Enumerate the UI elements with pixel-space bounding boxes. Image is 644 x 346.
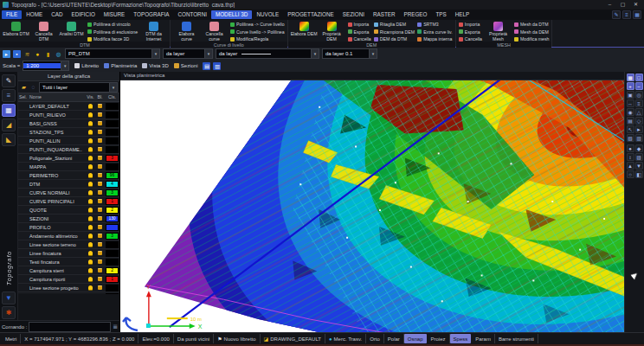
visibility-lamp-icon[interactable] (86, 208, 95, 213)
menu-tab[interactable]: CONTORNI (173, 10, 210, 19)
lock-icon[interactable] (95, 190, 105, 195)
view-tool-button[interactable]: ► (635, 125, 643, 133)
visibility-lamp-icon[interactable] (86, 216, 95, 221)
open-icon[interactable]: ▸ (3, 50, 10, 58)
view-toggle-button[interactable]: Vista 3D (139, 61, 171, 71)
color-select[interactable]: da layer▾ (163, 48, 213, 59)
status-item[interactable]: Metri (2, 334, 21, 343)
table-row[interactable]: ✓ Linee sezione progetto (18, 284, 119, 292)
lock-icon[interactable] (95, 234, 105, 239)
folder-icon[interactable]: ▰ (20, 83, 28, 91)
status-item[interactable]: ◪ DRAWING_DEFAULT (261, 334, 325, 343)
view-tool-button[interactable]: ≡ (635, 99, 643, 107)
status-item[interactable]: Param (472, 334, 495, 343)
lamp-icon[interactable]: ● (34, 50, 42, 58)
ribbon-small-button[interactable]: DEM da DTM (374, 36, 415, 42)
layer-color-cell[interactable]: 2 (105, 267, 119, 274)
ribbon-small-button[interactable]: Mesh da DEM (514, 29, 549, 35)
lock-icon[interactable] (95, 285, 105, 291)
scale-select[interactable]: 1:200▾ (23, 61, 69, 71)
ribbon-small-button[interactable]: Modifica mesh (514, 36, 549, 42)
view-tool-button[interactable]: + (627, 82, 634, 90)
menu-tab[interactable]: MISURE (100, 10, 130, 19)
status-item[interactable]: Elev.=0.000 (138, 334, 173, 343)
layer-color-cell[interactable] (105, 259, 119, 266)
view-tool-button[interactable]: ▣ (627, 91, 634, 99)
ribbon-small-button[interactable]: Ricampiona DEM (374, 29, 415, 35)
maximize-button[interactable]: ▢ (617, 1, 628, 9)
view-tool-button[interactable]: ▦ (627, 74, 634, 81)
ribbon-small-button[interactable]: Mappa interna (417, 36, 453, 42)
visibility-lamp-icon[interactable] (86, 112, 95, 118)
status-item[interactable]: Orto (366, 334, 384, 343)
move-hand-icon[interactable]: ◣ (2, 133, 16, 146)
status-item[interactable]: Polar (384, 334, 404, 343)
ribbon-small-button[interactable]: Mesh da DTM (514, 22, 549, 27)
lock-icon[interactable] (95, 260, 105, 265)
view-tool-button[interactable]: ▧ (627, 134, 634, 142)
edit-tool-button[interactable]: ● (627, 144, 634, 152)
visibility-lamp-icon[interactable] (86, 164, 95, 170)
ribbon-small-button[interactable]: Ritaglia DEM (374, 22, 415, 27)
ribbon-small-button[interactable]: Importa (459, 22, 482, 27)
status-item[interactable]: ⚑ Nuovo libretto (214, 334, 260, 343)
layer-color-cell[interactable] (105, 129, 119, 136)
lock-icon[interactable] (95, 130, 105, 135)
status-item[interactable]: Spess (450, 334, 472, 343)
visibility-lamp-icon[interactable] (86, 182, 95, 187)
visibility-lamp-icon[interactable] (86, 138, 95, 144)
ribbon-button[interactable]: Cancella curve (201, 21, 228, 42)
view-tool-button[interactable]: ◇ (635, 117, 643, 125)
layers-icon[interactable]: ≋ (23, 50, 31, 58)
ribbon-small-button[interactable]: Polilinea di vincolo (87, 22, 138, 27)
table-row[interactable]: ✓ CURVE NORMALI 3 (18, 189, 119, 197)
edit-hand-icon[interactable]: ◢ (2, 119, 16, 131)
ribbon-small-button[interactable]: Cancella (459, 36, 482, 42)
ribbon-small-button[interactable]: Curve livello -> Polilinea (230, 29, 285, 35)
save-icon[interactable]: ▪ (13, 50, 21, 58)
visibility-lamp-icon[interactable] (86, 285, 95, 291)
table-row[interactable]: ✓ BASI_GNSS (18, 119, 119, 128)
status-item[interactable]: ● Merc. Trasv. (325, 334, 366, 343)
layer-color-cell[interactable] (105, 250, 119, 257)
lock-icon[interactable] (95, 208, 105, 213)
view-tool-button[interactable]: □ (635, 74, 643, 81)
grid-icon[interactable]: ▦ (633, 10, 641, 19)
edit-tool-button[interactable]: ▲ (627, 162, 634, 170)
layer-color-cell[interactable] (105, 241, 119, 248)
ribbon-small-button[interactable]: Cancella (348, 36, 371, 42)
ribbon-small-button[interactable]: Esporta (459, 29, 482, 35)
panel-right-icon[interactable]: ▥ (213, 62, 221, 70)
lock-icon[interactable] (95, 251, 105, 256)
lock-icon[interactable] (95, 216, 105, 221)
table-row[interactable]: ✓ MAPPA (18, 163, 119, 171)
visibility-lamp-icon[interactable] (86, 242, 95, 247)
table-row[interactable]: ✓ PUNTI_RILIEVO (18, 111, 119, 119)
ribbon-small-button[interactable]: Modifica facce 3D (87, 36, 138, 42)
ribbon-button[interactable]: Proprietà DEM (319, 21, 345, 42)
lock-icon[interactable] (95, 277, 105, 282)
table-row[interactable]: ✓ Campitura riporti 1 (18, 275, 119, 284)
visibility-lamp-icon[interactable] (86, 277, 95, 282)
ribbon-button[interactable]: DTM da Internet (140, 21, 167, 42)
chevron-down-icon[interactable]: ▾ (204, 49, 212, 58)
table-row[interactable]: ✓ SEZIONI 130 (18, 215, 119, 223)
layer-color-cell[interactable] (105, 112, 119, 119)
ribbon-button[interactable]: Cancella DTM (30, 21, 57, 42)
ribbon-small-button[interactable]: Extra curve liv. (417, 29, 453, 35)
menu-tab[interactable]: HOME (22, 10, 47, 19)
menu-tab[interactable]: RASTER (369, 10, 400, 19)
layer-color-cell[interactable] (105, 138, 119, 144)
lock-icon[interactable] (95, 242, 105, 247)
edit-tool-button[interactable]: ○ (627, 170, 634, 178)
view-toggle-button[interactable]: Libretto (72, 61, 101, 71)
edit-tool-button[interactable]: ◧ (635, 170, 643, 178)
chevron-down-icon[interactable]: ▾ (151, 49, 159, 58)
view-tool-button[interactable]: ↔ (627, 99, 634, 107)
visibility-lamp-icon[interactable] (86, 260, 95, 265)
layer-color-cell[interactable]: 4 (105, 181, 119, 188)
edit-tool-button[interactable]: ◆ (635, 144, 643, 152)
table-row[interactable]: ✓ Testi fincatura (18, 258, 119, 266)
ribbon-small-button[interactable]: SRTM3 (417, 22, 453, 27)
edit-tool-button[interactable]: ▨ (635, 153, 643, 161)
